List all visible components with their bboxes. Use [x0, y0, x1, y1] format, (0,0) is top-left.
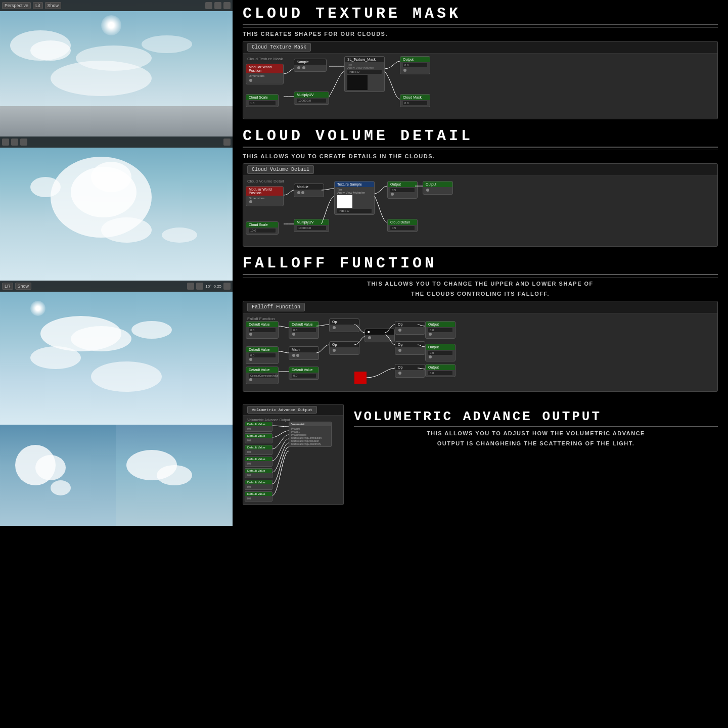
- viewport-top: Perspective Lit Show: [0, 0, 233, 136]
- vol-subtitle-block: THIS ALLOWS YOU TO ADJUST HOW THE VOLUME…: [354, 430, 718, 446]
- node-ff-3: Default Value ContourConnectionValue: [246, 367, 279, 384]
- vp-icon-mid-4: [223, 139, 231, 146]
- show-btn-2[interactable]: Show: [15, 283, 32, 290]
- vp-icon-mid-3: [20, 139, 27, 146]
- node-ff-8: ■: [365, 329, 395, 342]
- sun-top: [101, 15, 121, 35]
- falloff-subtitle-1: THIS ALLOWS YOU TO CHANGE THE UPPER AND …: [243, 281, 718, 287]
- ng-badge-cvd: Cloud Volume Detail: [247, 165, 314, 174]
- lr-btn[interactable]: LR: [2, 283, 13, 290]
- bottom-section: Volumetric Advance Output Volumetric Adv…: [243, 404, 718, 505]
- falloff-subtitle-block: THIS ALLOWS YOU TO CHANGE THE UPPER AND …: [243, 281, 718, 297]
- node-cvd-5: Output: [423, 181, 453, 195]
- vp-toolbar-top: Perspective Lit Show: [0, 0, 233, 11]
- node-ff-12: Output 0.0: [425, 344, 456, 361]
- show-btn[interactable]: Show: [45, 2, 62, 9]
- vol-advance-graph: Volumetric Advance Output Volumetric Adv…: [243, 404, 344, 505]
- vol-subtitle-2: OUTPUT IS CHANGHEING THE SCATTERING OF T…: [354, 440, 718, 446]
- node-ff-7: Op: [329, 341, 359, 355]
- viewport-bot: LR Show 10° 0:25: [0, 281, 233, 425]
- node-ff-13: Default Value 0.0: [289, 367, 319, 380]
- node-ctm-7: Cloud Mask 0.0: [400, 94, 430, 107]
- node-ff-9: Op: [395, 321, 425, 335]
- ng-content-ctm: Cloud Texture Mask Modular World Positio…: [243, 54, 717, 117]
- node-ctm-2: Sample: [294, 59, 327, 72]
- falloff-function-graph: Falloff Function Falloff Function Defaul…: [243, 301, 718, 392]
- vol-text-container: VOLUMETRIC ADVANCE OUTPUT THIS ALLOWS YO…: [354, 404, 718, 450]
- node-vao-1: Default Value 0.0: [245, 422, 272, 432]
- ng-badge-vao: Volumetric Advance Output: [247, 406, 317, 414]
- cloud-volume-detail-subtitle: THIS ALLOWS YOU TO CREATE DETAILS IN THE…: [243, 153, 718, 159]
- cloud-texture-mask-title: CLOUD TEXTURE MASK: [243, 5, 718, 25]
- viewport-mid: [0, 136, 233, 281]
- sky-background-bot: [0, 281, 233, 425]
- viewport-bottom-left: [0, 425, 116, 526]
- falloff-function-title: FALLOFF FUNCTION: [243, 255, 718, 275]
- cloud-volume-detail-graph: Cloud Volume Detail Cloud Volume Detail …: [243, 163, 718, 247]
- node-ff-1: Default Value 0.0: [246, 321, 279, 339]
- vol-advance-output-title: VOLUMETRIC ADVANCE OUTPUT: [354, 409, 718, 427]
- ng-header-vao: Volumetric Advance Output: [243, 404, 343, 416]
- node-cvd-7: MultiplyUV 100000.0: [294, 219, 329, 232]
- section-cloud-volume-detail: CLOUD VOLUME DETAIL THIS ALLOWS YOU TO C…: [243, 127, 718, 247]
- vp-icon-mid-2: [11, 139, 18, 146]
- sky-background-mid: [0, 136, 233, 281]
- falloff-subtitle-2: THE CLOUDS CONTROLING ITS FALLOFF.: [243, 291, 718, 297]
- node-ff-6: Op: [329, 318, 359, 332]
- color-square-red: [354, 372, 367, 384]
- section-cloud-texture-mask: CLOUD TEXTURE MASK THIS CREATES SHAPES F…: [243, 5, 718, 119]
- ground-plane: [0, 106, 233, 136]
- node-cvd-2: Module: [294, 184, 324, 197]
- node-cvd-4: Output 0.5: [387, 181, 418, 199]
- node-ctm-4: Output 0.0: [400, 56, 430, 74]
- vp-icon-1: [205, 2, 212, 9]
- vp-toolbar-bot: LR Show 10° 0:25: [0, 281, 233, 292]
- bottom-row: [0, 425, 233, 526]
- node-ctm-5: Cloud Scale 1.0: [246, 94, 279, 107]
- viewport-bottom-right: [116, 425, 233, 526]
- node-vao-2: Default Value 0.0: [245, 433, 272, 443]
- vp-icon-bot-1: [187, 283, 194, 290]
- node-ff-4: Default Value 0.0: [289, 321, 319, 339]
- sky-background-top: [0, 0, 233, 136]
- ng-content-ff: Falloff Function Default Value 0.0 Defau…: [243, 313, 717, 389]
- node-cvd-6: Cloud Scale 10.0: [246, 221, 279, 235]
- vol-subtitle-1: THIS ALLOWS YOU TO ADJUST HOW THE VOLUME…: [354, 430, 718, 436]
- node-ff-11: Output 0.0: [425, 321, 456, 339]
- lit-btn[interactable]: Lit: [33, 2, 43, 9]
- node-ff-2: Default Value 0.0: [246, 346, 279, 364]
- vp-icon-3: [223, 2, 231, 9]
- vol-graph-container: Volumetric Advance Output Volumetric Adv…: [243, 404, 344, 505]
- node-vao-7: Default Value 0.0: [245, 491, 272, 502]
- sun-bot: [30, 301, 46, 316]
- ng-content-vao: Volumetric Advance Output Default Value …: [243, 416, 343, 502]
- cloud-volume-detail-title: CLOUD VOLUME DETAIL: [243, 127, 718, 148]
- node-ctm-6: MultiplyUV 100000.0: [294, 92, 329, 105]
- node-vao-3: Default Value 0.0: [245, 445, 272, 455]
- node-cvd-3: Texture Sample Tile Apply View Multiplie…: [334, 181, 375, 215]
- node-cvd-1: Modular World Position Dimensions: [246, 186, 284, 206]
- right-panel: CLOUD TEXTURE MASK THIS CREATES SHAPES F…: [233, 0, 728, 728]
- ng-header-cvd: Cloud Volume Detail: [243, 164, 717, 176]
- node-vao-6: Default Value 0.0: [245, 480, 272, 490]
- node-ff-14: Op: [395, 364, 425, 378]
- cloud-texture-mask-subtitle: THIS CREATES SHAPES FOR OUR CLOUDS.: [243, 31, 718, 37]
- vp-icon-bot-2: [196, 283, 203, 290]
- ng-content-cvd: Cloud Volume Detail Modular World Positi…: [243, 176, 717, 244]
- node-vao-output: Volumetric Phase0 Phase1 Phase0Blend Mul…: [289, 422, 332, 447]
- left-panel: Perspective Lit Show: [0, 0, 233, 728]
- node-cvd-8: Cloud Detail 0.5: [387, 219, 418, 232]
- cloud-texture-mask-graph: Cloud Texture Mask Cloud Texture Mask Mo…: [243, 41, 718, 119]
- ng-header-ctm: Cloud Texture Mask: [243, 41, 717, 54]
- ng-badge-ff: Falloff Function: [247, 303, 305, 311]
- node-ff-10: Op: [395, 341, 425, 355]
- vp-icon-bot-3: [223, 283, 231, 290]
- section-falloff-function: FALLOFF FUNCTION THIS ALLOWS YOU TO CHAN…: [243, 255, 718, 392]
- vp-toolbar-mid: [0, 136, 233, 148]
- vp-icon-2: [214, 2, 221, 9]
- ng-header-ff: Falloff Function: [243, 301, 717, 313]
- node-ctm-1: Modular World Position Dimensions: [246, 64, 284, 84]
- vp-icon-mid-1: [2, 139, 9, 146]
- perspective-btn[interactable]: Perspective: [2, 2, 31, 9]
- node-vao-5: Default Value 0.0: [245, 468, 272, 478]
